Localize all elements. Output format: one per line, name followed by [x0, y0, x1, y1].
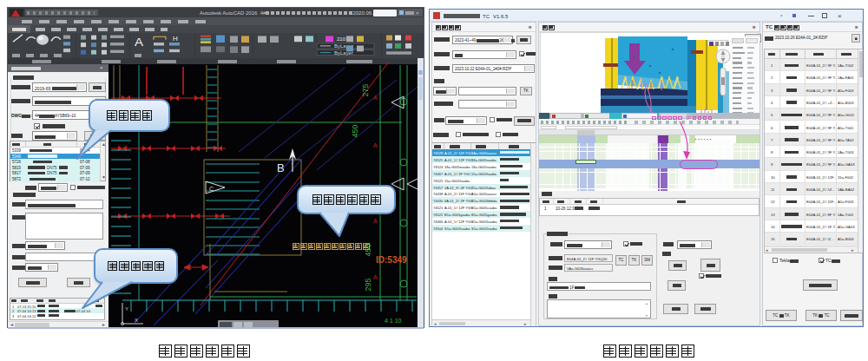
svg-text:X: X — [135, 318, 138, 323]
svg-text:A: A — [373, 218, 378, 224]
svg-text:A: A — [373, 274, 378, 280]
svg-text:4 1 10: 4 1 10 — [385, 318, 402, 324]
svg-text:210: 210 — [337, 37, 345, 43]
svg-text:C: C — [209, 186, 214, 192]
svg-text:B: B — [277, 161, 285, 174]
svg-text:295: 295 — [364, 278, 372, 291]
svg-text:H: H — [173, 35, 178, 42]
svg-text:A: A — [373, 142, 378, 148]
svg-text:A: A — [135, 36, 144, 49]
svg-text:450: 450 — [351, 124, 359, 137]
svg-text:275: 275 — [361, 83, 370, 96]
svg-text:A: A — [373, 95, 378, 101]
